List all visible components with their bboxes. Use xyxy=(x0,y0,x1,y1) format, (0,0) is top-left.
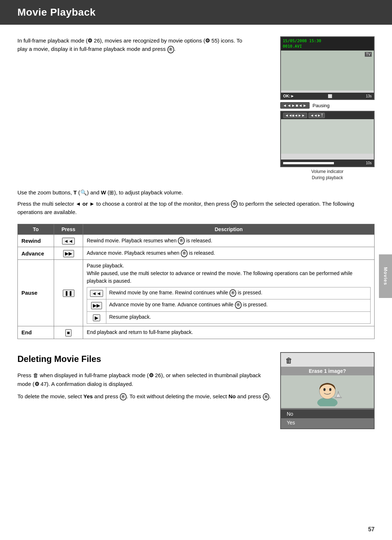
svg-point-3 xyxy=(329,388,331,391)
cam-header: 15/05/2008 15:30 0010.AVI xyxy=(281,37,374,51)
sub-row-play: ▶ Resume playback. xyxy=(87,311,371,323)
row-pause-desc: Pause playback. While paused, use the mu… xyxy=(83,259,375,326)
row-end-desc: End playback and return to full-frame pl… xyxy=(83,326,375,339)
ctrl-advance: ◄◄►T xyxy=(309,113,325,118)
vol-number: 10s xyxy=(366,161,372,165)
row-pause-to: Pause xyxy=(18,259,54,326)
cam-ok-label: OK:► xyxy=(283,94,294,98)
side-tab-label: Movies xyxy=(383,267,388,285)
advance-frame-icon: ▶▶ xyxy=(91,302,102,309)
table-row-advance: Advance ▶▶ Advance movie. Playback resum… xyxy=(18,247,375,260)
row-rewind-to: Rewind xyxy=(18,234,54,247)
volume-bar-container: 10s xyxy=(281,160,374,166)
row-advance-press: ▶▶ xyxy=(54,247,83,260)
trash-icon-row: 🗑 xyxy=(281,353,374,367)
volume-label: Volume indicatorDuring playback xyxy=(280,169,375,181)
pause-btn-group: ◄◄►■◄► xyxy=(280,102,310,109)
ok-symbol-2: ® xyxy=(231,200,238,208)
deleting-section: Deleting Movie Files Press 🗑 when displa… xyxy=(17,352,375,429)
ok-symbol-1: ® xyxy=(167,46,174,53)
erase-option-yes[interactable]: Yes xyxy=(281,418,374,427)
sub-desc-rewind-frame: Rewind movie by one frame. Rewind contin… xyxy=(106,287,370,299)
sub-row-advance-frame: ▶▶ Advance movie by one frame. Advance c… xyxy=(87,299,371,311)
deleting-text: Deleting Movie Files Press 🗑 when displa… xyxy=(17,352,271,401)
ok-symbol-3: ® xyxy=(178,237,185,245)
sub-icon-advance-frame: ▶▶ xyxy=(87,299,106,311)
zoom-text: Use the zoom buttons, T (🔍) and W (⊞), t… xyxy=(17,188,375,197)
camera-screen-1: 15/05/2008 15:30 0010.AVI TV OK:► ⬜ 13s xyxy=(280,36,375,100)
page-number: 57 xyxy=(368,526,375,533)
table-header-to: To xyxy=(18,224,54,234)
table-header-description: Description xyxy=(83,224,375,234)
ctrl-rewind: ◄◄■◄►► xyxy=(283,113,307,118)
ok-symbol-8: ® xyxy=(263,393,270,401)
table-row-end: End ■ End playback and return to full-fr… xyxy=(18,326,375,339)
table-row-rewind: Rewind ◄◄ Rewind movie. Playback resumes… xyxy=(18,234,375,247)
cam-tv-icon: ⬜ xyxy=(328,94,332,98)
operations-table: To Press Description Rewind ◄◄ Rewind mo… xyxy=(17,224,375,339)
page-container: Movie Playback Movies In full-frame play… xyxy=(0,0,392,540)
intro-paragraph1: In full-frame playback mode (⚙ 26), movi… xyxy=(17,36,250,53)
volume-bar xyxy=(283,162,334,164)
stop-icon: ■ xyxy=(65,329,72,337)
tv-icon: TV xyxy=(365,52,372,57)
trash-icon: 🗑 xyxy=(285,356,293,364)
erase-image xyxy=(281,375,374,408)
ok-symbol-4: ® xyxy=(181,250,188,257)
erase-option-no[interactable]: No xyxy=(281,410,374,418)
erase-title: Erase 1 image? xyxy=(281,367,374,375)
row-rewind-desc: Rewind movie. Playback resumes when ® is… xyxy=(83,234,375,247)
cam2-row1: ◄◄■◄►► ◄◄►T xyxy=(281,112,374,119)
row-end-to: End xyxy=(18,326,54,339)
sub-table-pause: ◄◄ Rewind movie by one frame. Rewind con… xyxy=(87,287,371,324)
selector-text: Press the multi selector ◄ or ► to choos… xyxy=(17,200,375,217)
pause-controls-row: ◄◄►■◄► Pausing xyxy=(280,102,375,109)
cam-footer: OK:► ⬜ 13s xyxy=(281,93,374,99)
cam2-body xyxy=(281,119,374,154)
rewind-icon: ◄◄ xyxy=(62,238,75,245)
erase-options: No Yes xyxy=(281,408,374,428)
table-header-press: Press xyxy=(54,224,83,234)
deleting-paragraph2: To delete the movie, select Yes and pres… xyxy=(17,392,271,401)
pause-desc-main: Pause playback. While paused, use the mu… xyxy=(87,262,371,285)
intro-text: In full-frame playback mode (⚙ 26), movi… xyxy=(17,36,250,181)
main-content: In full-frame playback mode (⚙ 26), movi… xyxy=(0,25,392,441)
rewind-frame-icon: ◄◄ xyxy=(90,290,103,297)
row-advance-desc: Advance movie. Playback resumes when ® i… xyxy=(83,247,375,260)
camera-screen-2: ◄◄■◄►► ◄◄►T 10s xyxy=(280,111,375,167)
sub-icon-play: ▶ xyxy=(87,311,106,323)
deleting-paragraph1: Press 🗑 when displayed in full-frame pla… xyxy=(17,371,271,388)
camera-display-area: 15/05/2008 15:30 0010.AVI TV OK:► ⬜ 13s xyxy=(258,36,375,181)
sub-row-rewind-frame: ◄◄ Rewind movie by one frame. Rewind con… xyxy=(87,287,371,299)
ok-symbol-6: ® xyxy=(235,301,242,309)
cam-num: 13s xyxy=(366,94,372,98)
pause-label: Pausing xyxy=(313,103,330,108)
middle-text: Use the zoom buttons, T (🔍) and W (⊞), t… xyxy=(17,188,375,217)
row-end-press: ■ xyxy=(54,326,83,339)
svg-rect-6 xyxy=(335,397,342,398)
page-title: Movie Playback xyxy=(17,7,96,18)
pause-icon: ❚❚ xyxy=(63,290,74,297)
sub-icon-rewind-frame: ◄◄ xyxy=(87,287,106,299)
page-header: Movie Playback xyxy=(0,0,392,25)
cam-date: 15/05/2008 15:30 xyxy=(283,38,372,44)
table-row-pause: Pause ❚❚ Pause playback. While paused, u… xyxy=(18,259,375,326)
ok-symbol-5: ® xyxy=(229,289,236,297)
side-tab: Movies xyxy=(379,254,392,298)
cam-filename: 0010.AVI xyxy=(283,44,372,49)
sub-desc-play: Resume playback. xyxy=(106,311,370,323)
sub-desc-advance-frame: Advance movie by one frame. Advance cont… xyxy=(106,299,370,311)
top-section: In full-frame playback mode (⚙ 26), movi… xyxy=(17,36,375,181)
cam-body: TV xyxy=(281,51,374,90)
svg-point-2 xyxy=(323,388,326,391)
advance-icon: ▶▶ xyxy=(63,250,74,257)
play-icon: ▶ xyxy=(93,314,100,322)
row-advance-to: Advance xyxy=(18,247,54,260)
row-rewind-press: ◄◄ xyxy=(54,234,83,247)
ok-symbol-7: ® xyxy=(120,393,127,401)
deleting-title: Deleting Movie Files xyxy=(17,352,271,366)
erase-dialog: 🗑 Erase 1 image? xyxy=(280,352,375,429)
row-pause-press: ❚❚ xyxy=(54,259,83,326)
erase-image-svg xyxy=(311,377,344,406)
